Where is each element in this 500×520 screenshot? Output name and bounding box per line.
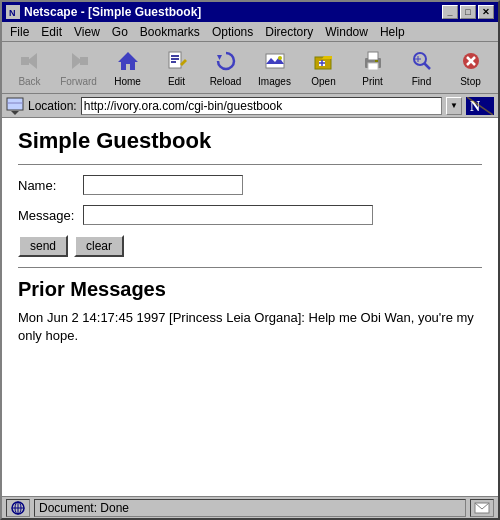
back-icon bbox=[16, 49, 44, 74]
menu-file[interactable]: File bbox=[4, 23, 35, 41]
clear-button[interactable]: clear bbox=[74, 235, 124, 257]
forward-label: Forward bbox=[60, 76, 97, 87]
svg-rect-7 bbox=[169, 52, 181, 68]
message-timestamp: Mon Jun 2 14:17:45 1997 bbox=[18, 310, 165, 325]
title-bar: N Netscape - [Simple Guestbook] _ □ ✕ bbox=[2, 2, 498, 22]
svg-point-15 bbox=[278, 56, 282, 60]
title-bar-left: N Netscape - [Simple Guestbook] bbox=[6, 5, 201, 19]
message-author: Princess Leia Organa bbox=[173, 310, 298, 325]
menu-go[interactable]: Go bbox=[106, 23, 134, 41]
svg-text:N: N bbox=[470, 99, 480, 114]
back-label: Back bbox=[18, 76, 40, 87]
images-button[interactable]: Images bbox=[251, 46, 298, 90]
minimize-button[interactable]: _ bbox=[442, 5, 458, 19]
name-input[interactable] bbox=[83, 175, 243, 195]
toolbar: Back Forward Home bbox=[2, 42, 498, 94]
images-icon bbox=[261, 49, 289, 74]
svg-rect-22 bbox=[368, 52, 378, 60]
divider-middle bbox=[18, 267, 482, 268]
find-label: Find bbox=[412, 76, 431, 87]
maximize-button[interactable]: □ bbox=[460, 5, 476, 19]
stop-label: Stop bbox=[460, 76, 481, 87]
images-label: Images bbox=[258, 76, 291, 87]
prior-messages-title: Prior Messages bbox=[18, 278, 482, 301]
app-icon: N bbox=[6, 5, 20, 19]
svg-line-26 bbox=[424, 63, 430, 69]
menu-view[interactable]: View bbox=[68, 23, 106, 41]
status-globe-icon bbox=[6, 499, 30, 517]
mail-icon[interactable] bbox=[470, 499, 494, 517]
open-icon bbox=[310, 49, 338, 74]
find-button[interactable]: Find bbox=[398, 46, 445, 90]
status-text: Document: Done bbox=[34, 499, 466, 517]
name-row: Name: bbox=[18, 175, 482, 195]
svg-text:N: N bbox=[9, 8, 16, 18]
reload-icon bbox=[212, 49, 240, 74]
divider-top bbox=[18, 164, 482, 165]
home-button[interactable]: Home bbox=[104, 46, 151, 90]
menu-window[interactable]: Window bbox=[319, 23, 374, 41]
back-button[interactable]: Back bbox=[6, 46, 53, 90]
svg-rect-24 bbox=[375, 60, 378, 62]
stop-icon bbox=[457, 49, 485, 74]
location-input[interactable] bbox=[81, 97, 442, 115]
location-bar: Location: ▼ N bbox=[2, 94, 498, 118]
app-window: N Netscape - [Simple Guestbook] _ □ ✕ Fi… bbox=[0, 0, 500, 520]
svg-rect-3 bbox=[21, 57, 29, 65]
content-area: Simple Guestbook Name: Message: send cle… bbox=[2, 118, 498, 496]
button-row: send clear bbox=[18, 235, 482, 257]
svg-rect-33 bbox=[7, 98, 23, 110]
find-icon bbox=[408, 49, 436, 74]
svg-marker-12 bbox=[217, 55, 222, 60]
menu-directory[interactable]: Directory bbox=[259, 23, 319, 41]
forward-button[interactable]: Forward bbox=[55, 46, 102, 90]
status-bar: Document: Done bbox=[2, 496, 498, 518]
svg-rect-23 bbox=[368, 63, 378, 70]
menu-options[interactable]: Options bbox=[206, 23, 259, 41]
print-icon bbox=[359, 49, 387, 74]
menu-bar: File Edit View Go Bookmarks Options Dire… bbox=[2, 22, 498, 42]
message-author-bracket-close: ]: bbox=[298, 310, 309, 325]
message-row: Message: bbox=[18, 205, 482, 225]
send-button[interactable]: send bbox=[18, 235, 68, 257]
print-button[interactable]: Print bbox=[349, 46, 396, 90]
forward-icon bbox=[65, 49, 93, 74]
close-button[interactable]: ✕ bbox=[478, 5, 494, 19]
location-label: Location: bbox=[28, 99, 77, 113]
menu-bookmarks[interactable]: Bookmarks bbox=[134, 23, 206, 41]
window-title: Netscape - [Simple Guestbook] bbox=[24, 5, 201, 19]
menu-help[interactable]: Help bbox=[374, 23, 411, 41]
edit-icon bbox=[163, 49, 191, 74]
netscape-logo: N bbox=[466, 97, 494, 115]
print-label: Print bbox=[362, 76, 383, 87]
svg-rect-5 bbox=[80, 57, 88, 65]
message-label: Message: bbox=[18, 208, 83, 223]
page-title: Simple Guestbook bbox=[18, 128, 482, 154]
open-button[interactable]: Open bbox=[300, 46, 347, 90]
edit-label: Edit bbox=[168, 76, 185, 87]
message-input[interactable] bbox=[83, 205, 373, 225]
location-dropdown[interactable]: ▼ bbox=[446, 97, 462, 115]
location-icon bbox=[6, 97, 24, 115]
reload-button[interactable]: Reload bbox=[202, 46, 249, 90]
svg-marker-6 bbox=[118, 52, 138, 70]
message-entry: Mon Jun 2 14:17:45 1997 [Princess Leia O… bbox=[18, 309, 482, 345]
home-icon bbox=[114, 49, 142, 74]
menu-edit[interactable]: Edit bbox=[35, 23, 68, 41]
open-label: Open bbox=[311, 76, 335, 87]
title-controls: _ □ ✕ bbox=[442, 5, 494, 19]
stop-button[interactable]: Stop bbox=[447, 46, 494, 90]
name-label: Name: bbox=[18, 178, 83, 193]
home-label: Home bbox=[114, 76, 141, 87]
edit-button[interactable]: Edit bbox=[153, 46, 200, 90]
reload-label: Reload bbox=[210, 76, 242, 87]
